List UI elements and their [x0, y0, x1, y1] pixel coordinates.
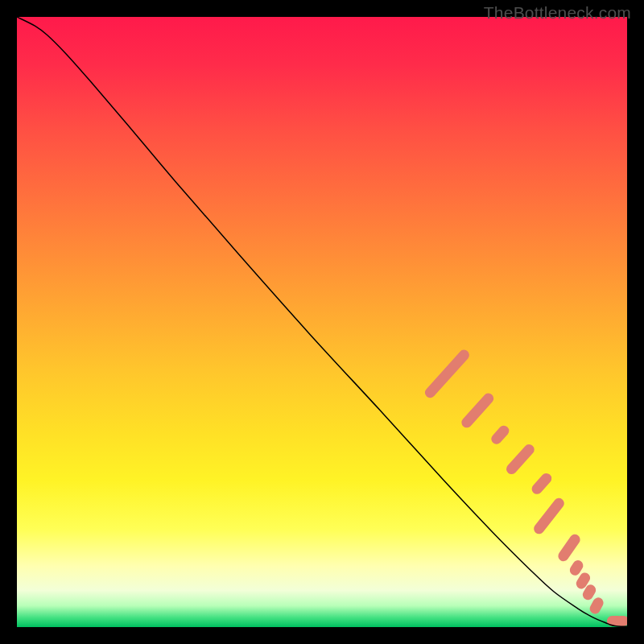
chart-stage: TheBottleneck.com	[0, 0, 644, 644]
svg-rect-12	[616, 616, 627, 626]
chart-svg	[17, 17, 627, 627]
marker-capsule	[616, 616, 627, 626]
chart-background	[17, 17, 627, 627]
watermark-text: TheBottleneck.com	[484, 3, 631, 23]
chart-plot	[17, 17, 627, 627]
